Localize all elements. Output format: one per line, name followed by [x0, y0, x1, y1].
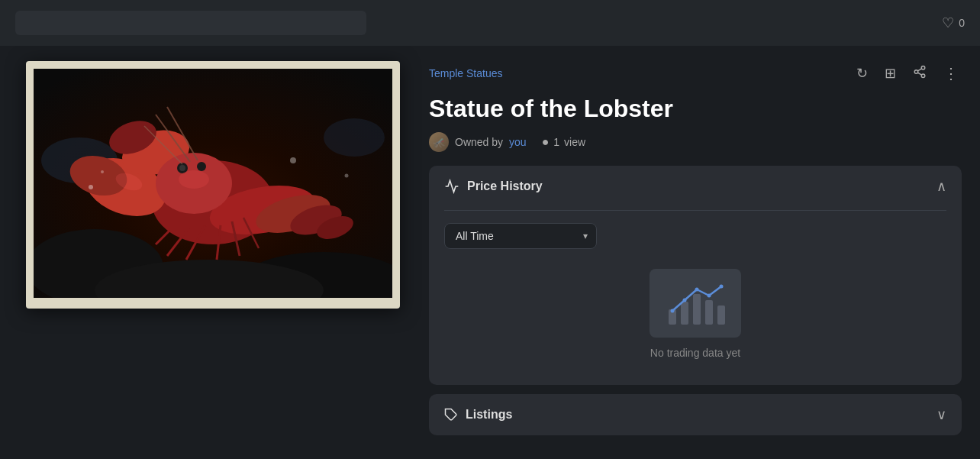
no-data-text: No trading data yet: [650, 347, 740, 359]
price-history-section: Price History ∧ All Time Last 24 Hours L…: [429, 166, 962, 385]
svg-line-38: [917, 68, 921, 70]
listings-title: Listings: [466, 408, 512, 422]
search-bar[interactable]: [15, 11, 366, 35]
views-label: view: [564, 136, 585, 148]
nft-image: [34, 69, 392, 298]
svg-rect-43: [717, 305, 725, 325]
listings-section: Listings ∨: [429, 394, 962, 435]
svg-point-34: [921, 66, 925, 69]
svg-rect-42: [705, 300, 713, 325]
svg-point-46: [695, 287, 699, 291]
svg-point-5: [324, 118, 385, 157]
listings-expand-icon: ∨: [936, 406, 946, 423]
svg-point-44: [671, 309, 675, 312]
price-history-header-left: Price History: [444, 179, 543, 194]
nft-title: Statue of the Lobster: [429, 95, 962, 123]
collection-link[interactable]: Temple Statues: [429, 67, 503, 79]
time-filter-select[interactable]: All Time Last 24 Hours Last 7 Days Last …: [444, 223, 597, 249]
owner-avatar: 🦟: [429, 132, 449, 152]
svg-point-45: [683, 298, 687, 302]
chart-placeholder-icon: [650, 269, 741, 338]
svg-point-33: [345, 174, 349, 178]
svg-point-47: [708, 293, 711, 297]
price-history-title: Price History: [467, 179, 543, 193]
main-layout: Temple Statues ↻ ⊞ ⋮ Statue of the Lobst…: [0, 46, 980, 451]
price-history-body: All Time Last 24 Hours Last 7 Days Last …: [429, 207, 962, 385]
owned-by-label: Owned by: [455, 136, 503, 148]
svg-line-37: [917, 73, 921, 75]
svg-rect-40: [681, 302, 688, 325]
listings-header-left: Listings: [444, 408, 512, 422]
ownership-row: 🦟 Owned by you ● 1 view: [429, 132, 962, 152]
price-history-icon: [444, 179, 459, 194]
svg-point-32: [290, 157, 296, 163]
price-history-collapse-icon: ∧: [936, 178, 946, 195]
svg-point-28: [179, 170, 209, 189]
more-button[interactable]: ⋮: [940, 61, 962, 86]
share-button[interactable]: [910, 62, 930, 86]
owner-info: 🦟 Owned by you: [429, 132, 527, 152]
chart-placeholder-svg: [661, 279, 730, 328]
owner-name-link[interactable]: you: [509, 136, 527, 148]
svg-point-35: [914, 69, 918, 73]
header-actions: ↻ ⊞ ⋮: [853, 61, 962, 86]
section-divider: [444, 210, 946, 211]
price-history-header[interactable]: Price History ∧: [429, 166, 962, 207]
svg-rect-41: [693, 294, 701, 325]
svg-point-48: [720, 284, 724, 288]
time-filter-wrapper: All Time Last 24 Hours Last 7 Days Last …: [444, 223, 597, 249]
image-panel: [18, 61, 408, 309]
svg-point-18: [197, 162, 206, 171]
like-count: 0: [959, 17, 965, 29]
svg-point-36: [921, 74, 925, 78]
listings-header[interactable]: Listings ∨: [429, 394, 962, 435]
views-count: 1: [553, 136, 559, 148]
gallery-button[interactable]: ⊞: [882, 62, 899, 85]
heart-icon: ♡: [942, 15, 954, 31]
nft-image-frame: [26, 61, 400, 309]
detail-panel: Temple Statues ↻ ⊞ ⋮ Statue of the Lobst…: [429, 61, 962, 435]
svg-point-30: [89, 185, 93, 189]
like-counter: ♡ 0: [942, 15, 965, 31]
detail-header: Temple Statues ↻ ⊞ ⋮: [429, 61, 962, 86]
eye-icon: ●: [542, 135, 550, 149]
refresh-button[interactable]: ↻: [853, 62, 871, 85]
svg-point-17: [179, 165, 185, 171]
svg-point-31: [101, 170, 104, 173]
listings-tag-icon: [444, 408, 458, 422]
chart-empty-area: No trading data yet: [444, 261, 946, 367]
views-info: ● 1 view: [542, 135, 585, 149]
